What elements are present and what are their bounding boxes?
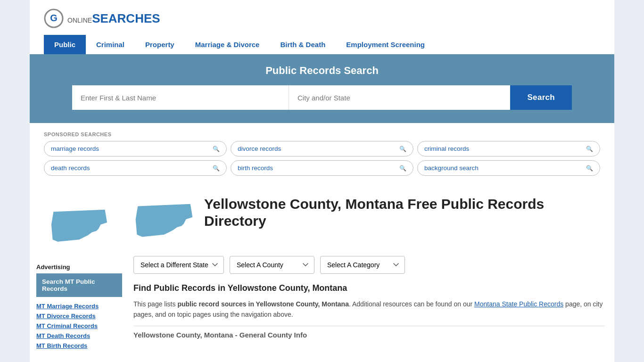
nav-item-property[interactable]: Property: [135, 35, 185, 54]
directory-header: Yellowstone County, Montana Free Public …: [133, 196, 605, 247]
sponsored-label: SPONSORED SEARCHES: [44, 132, 600, 137]
sponsored-grid: marriage records 🔍 divorce records 🔍 cri…: [44, 141, 600, 176]
main-nav: Public Criminal Property Marriage & Divo…: [30, 35, 614, 54]
content-area: Yellowstone County, Montana Free Public …: [129, 187, 614, 357]
sidebar-ad-box[interactable]: Search MT Public Records: [36, 273, 122, 297]
svg-text:G: G: [50, 13, 58, 23]
header: G ONLINESEARCHES: [30, 0, 614, 28]
general-info-title: Yellowstone County, Montana - General Co…: [133, 331, 605, 339]
state-dropdown[interactable]: Select a Different State: [133, 256, 224, 274]
category-dropdown[interactable]: Select A Category: [320, 256, 405, 274]
find-description: This page lists public record sources in…: [133, 299, 605, 320]
search-button[interactable]: Search: [510, 85, 572, 110]
sidebar-advertising-label: Advertising: [36, 263, 122, 271]
pill-marriage-records[interactable]: marriage records 🔍: [44, 141, 227, 156]
search-icon-6: 🔍: [586, 165, 593, 172]
nav-item-marriage-divorce[interactable]: Marriage & Divorce: [185, 35, 270, 54]
sidebar-link-divorce[interactable]: MT Divorce Records: [36, 312, 122, 321]
montana-map: [49, 203, 110, 250]
logo-searches: SEARCHES: [92, 11, 160, 25]
sidebar-links: MT Marriage Records MT Divorce Records M…: [36, 302, 122, 350]
location-input[interactable]: [289, 85, 510, 110]
sidebar: Advertising Search MT Public Records MT …: [30, 187, 129, 357]
main-content: Advertising Search MT Public Records MT …: [30, 187, 614, 357]
sidebar-link-birth[interactable]: MT Birth Records: [36, 341, 122, 350]
section-divider: [133, 326, 605, 326]
pill-birth-records[interactable]: birth records 🔍: [231, 160, 413, 176]
directory-title: Yellowstone County, Montana Free Public …: [204, 196, 605, 230]
pill-divorce-records[interactable]: divorce records 🔍: [231, 141, 413, 156]
sidebar-link-marriage[interactable]: MT Marriage Records: [36, 302, 122, 311]
county-dropdown[interactable]: Select A County: [230, 256, 314, 274]
state-map-large: [133, 196, 195, 247]
search-icon-5: 🔍: [399, 165, 406, 172]
nav-item-employment[interactable]: Employment Screening: [336, 35, 435, 54]
pill-criminal-records[interactable]: criminal records 🔍: [417, 141, 600, 156]
nav-item-criminal[interactable]: Criminal: [86, 35, 135, 54]
logo-text: ONLINESEARCHES: [67, 11, 160, 26]
search-form: Search: [72, 85, 572, 110]
nav-item-birth-death[interactable]: Birth & Death: [270, 35, 336, 54]
pill-death-records[interactable]: death records 🔍: [44, 160, 227, 176]
search-banner-title: Public Records Search: [44, 65, 600, 77]
dropdowns: Select a Different State Select A County…: [133, 256, 605, 274]
find-title: Find Public Records in Yellowstone Count…: [133, 283, 605, 293]
state-records-link[interactable]: Montana State Public Records: [474, 300, 563, 308]
pill-background-search[interactable]: background search 🔍: [417, 160, 600, 176]
logo-icon: G: [44, 8, 64, 28]
sidebar-link-criminal[interactable]: MT Criminal Records: [36, 321, 122, 330]
name-input[interactable]: [72, 85, 289, 110]
search-icon-2: 🔍: [399, 146, 406, 152]
nav-item-public[interactable]: Public: [44, 35, 86, 54]
sidebar-link-death[interactable]: MT Death Records: [36, 331, 122, 340]
sponsored-section: SPONSORED SEARCHES marriage records 🔍 di…: [30, 123, 614, 176]
logo-online: ONLINE: [67, 16, 92, 24]
search-banner: Public Records Search Search: [30, 54, 614, 123]
search-icon-1: 🔍: [213, 146, 220, 152]
logo-area: G ONLINESEARCHES: [44, 8, 600, 28]
search-icon-3: 🔍: [586, 146, 593, 152]
search-icon-4: 🔍: [213, 165, 220, 172]
